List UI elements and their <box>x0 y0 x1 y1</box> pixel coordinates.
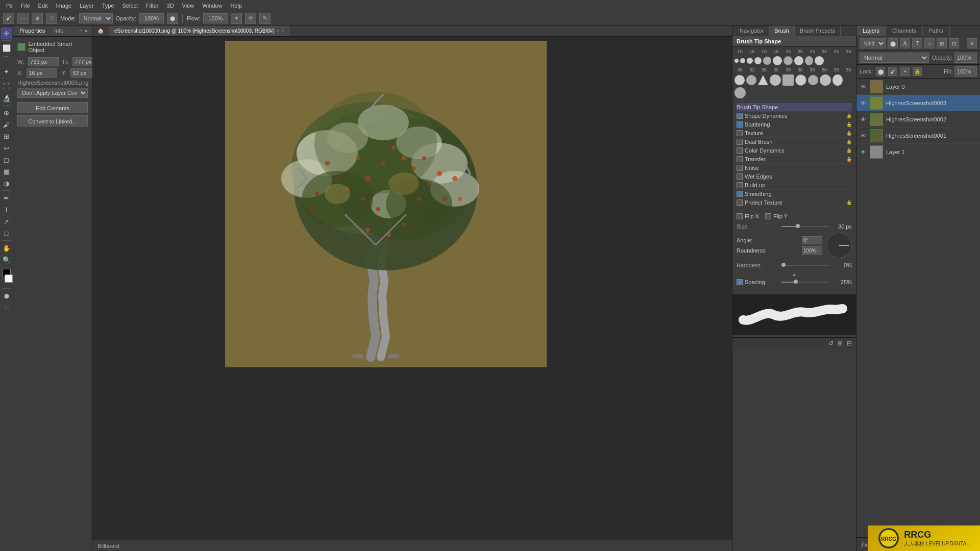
opacity-extra-btn[interactable]: ⬤ <box>167 13 178 24</box>
texture-row[interactable]: Texture 🔒 <box>737 129 852 138</box>
brush-tip-11[interactable] <box>734 75 745 85</box>
options-btn-3[interactable]: ⬡ <box>46 13 57 24</box>
blend-mode-select[interactable]: Normal <box>860 53 929 63</box>
flow-input[interactable] <box>203 13 228 23</box>
flip-y-cb[interactable] <box>765 213 771 219</box>
transfer-row[interactable]: Transfer 🔒 <box>737 155 852 164</box>
layer-eye-0[interactable]: 👁 <box>860 83 867 90</box>
dodge-tool[interactable]: ◑ <box>1 178 12 189</box>
menu-image[interactable]: Image <box>52 2 76 10</box>
transfer-cb[interactable] <box>737 156 743 162</box>
smoothing-row[interactable]: Smoothing <box>737 190 852 198</box>
shape-dynamics-row[interactable]: Shape Dynamics 🔒 <box>737 112 852 120</box>
comp-select[interactable]: Don't Apply Layer Comp <box>17 88 88 98</box>
kind-select[interactable]: Kind <box>860 38 886 48</box>
airbrush-btn[interactable]: ⟳ <box>245 13 256 24</box>
color-dynamics-cb[interactable] <box>737 147 743 154</box>
brush-tip-18[interactable] <box>820 74 831 86</box>
spacing-thumb[interactable] <box>794 280 798 284</box>
roundness-input[interactable] <box>802 246 822 255</box>
shape-dynamics-cb[interactable] <box>737 113 743 119</box>
tab-channels[interactable]: Channels <box>886 26 922 36</box>
brush-tip-4[interactable] <box>754 57 762 64</box>
scattering-cb[interactable] <box>737 121 743 128</box>
smoothing-cb[interactable] <box>737 191 743 197</box>
menu-view[interactable]: View <box>178 2 199 10</box>
menu-window[interactable]: Window <box>198 2 226 10</box>
history-brush[interactable]: ↩ <box>1 142 12 154</box>
menu-ps[interactable]: Ps <box>2 2 17 10</box>
properties-close[interactable]: × <box>84 28 88 35</box>
brush-tool[interactable]: 🖌 <box>1 119 12 130</box>
layer-filter-btn-3[interactable]: T <box>912 38 922 48</box>
menu-type[interactable]: Type <box>98 2 118 10</box>
path-selection-tool[interactable]: ↗ <box>1 216 12 227</box>
angle-input[interactable] <box>802 236 822 244</box>
tab-info[interactable]: Info <box>52 27 65 35</box>
brush-tip-19[interactable] <box>832 74 843 86</box>
screen-mode[interactable]: ⬛ <box>1 302 12 313</box>
move-tool[interactable]: ✛ <box>1 28 12 39</box>
brush-tip-5[interactable] <box>763 57 771 65</box>
layer-row-4[interactable]: 👁 Layer 1 <box>856 144 980 160</box>
navigator-tab[interactable]: Navigator <box>734 26 769 36</box>
options-btn-1[interactable]: □ <box>17 13 29 24</box>
tab-paths[interactable]: Paths <box>923 26 950 36</box>
eyedropper-tool[interactable]: 🔬 <box>1 92 12 104</box>
spacing-cb[interactable]: ✓ <box>737 279 743 285</box>
quick-mask[interactable]: ⬤ <box>1 290 12 302</box>
x-input[interactable] <box>27 68 57 78</box>
dual-brush-cb[interactable] <box>737 139 743 145</box>
menu-edit[interactable]: Edit <box>34 2 52 10</box>
size-track[interactable] <box>781 226 829 227</box>
layer-eye-4[interactable]: 👁 <box>860 148 867 156</box>
flow-extra-btn[interactable]: ✦ <box>231 13 242 24</box>
hardness-track[interactable] <box>781 265 829 266</box>
wet-edges-cb[interactable] <box>737 173 743 180</box>
brush-tip-20[interactable] <box>734 87 746 98</box>
smoothing-btn[interactable]: ✎ <box>259 13 271 24</box>
layer-filter-btn-5[interactable]: ⊞ <box>937 38 947 48</box>
crop-tool[interactable]: ⛶ <box>1 81 12 92</box>
layer-eye-2[interactable]: 👁 <box>860 116 867 123</box>
color-dynamics-row[interactable]: Color Dynamics 🔒 <box>737 146 852 155</box>
brush-tip-15[interactable] <box>782 74 794 86</box>
brush-icon-1[interactable]: ↺ <box>828 340 834 347</box>
brush-collapse-arrow[interactable]: ▲ <box>737 271 852 277</box>
lock-transparent-btn[interactable]: ⬤ <box>876 67 885 76</box>
menu-file[interactable]: File <box>17 2 34 10</box>
eraser-tool[interactable]: ◻ <box>1 154 12 165</box>
protect-texture-row[interactable]: Protect Texture 🔒 <box>737 198 852 207</box>
tab-document[interactable]: eScreenshot100000.png @ 100% (HighresScr… <box>109 26 289 36</box>
opacity-field[interactable] <box>954 53 977 63</box>
tab-layers[interactable]: Layers <box>856 26 886 36</box>
background-color[interactable] <box>5 274 13 283</box>
brush-tip-2[interactable] <box>740 58 745 63</box>
brush-tip-9[interactable] <box>805 56 813 65</box>
scattering-row[interactable]: Scattering 🔒 <box>737 120 852 129</box>
tab-home[interactable]: 🏠 <box>92 26 109 36</box>
w-input[interactable] <box>28 57 59 66</box>
layer-eye-1[interactable]: 👁 <box>860 99 867 107</box>
spacing-track[interactable] <box>781 282 829 283</box>
menu-filter[interactable]: Filter <box>142 2 162 10</box>
brush-presets-tab[interactable]: Brush Presets <box>795 26 841 36</box>
tab-close-btn2[interactable]: × <box>281 29 284 34</box>
brush-tip-3[interactable] <box>747 58 753 64</box>
brush-tip-14[interactable] <box>770 74 781 86</box>
mode-select[interactable]: Normal <box>79 13 113 23</box>
noise-cb[interactable] <box>737 165 743 171</box>
brush-tip-12[interactable] <box>746 75 756 85</box>
brush-tip-13[interactable] <box>758 75 768 85</box>
wand-tool[interactable]: ✦ <box>1 66 12 77</box>
brush-tip-10[interactable] <box>815 56 824 65</box>
brush-tip-16[interactable] <box>795 74 806 86</box>
menu-help[interactable]: Help <box>226 2 246 10</box>
buildup-row[interactable]: Build-up <box>737 181 852 190</box>
heal-tool[interactable]: ⊕ <box>1 107 12 118</box>
options-btn-2[interactable]: ⊕ <box>32 13 43 24</box>
layer-eye-3[interactable]: 👁 <box>860 132 867 139</box>
buildup-cb[interactable] <box>737 182 743 188</box>
noise-row[interactable]: Noise <box>737 164 852 172</box>
layer-filter-btn-1[interactable]: ⬤ <box>888 38 898 48</box>
